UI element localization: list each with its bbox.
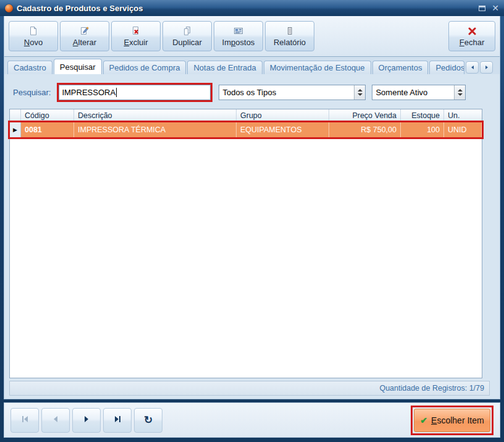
cell-preco-venda: R$ 750,00 (329, 122, 401, 137)
grid-header-un[interactable]: Un. (444, 109, 482, 122)
previous-record-icon (52, 415, 59, 425)
close-icon[interactable]: ✕ (492, 4, 499, 12)
window-controls: ✕ (479, 4, 499, 12)
tabstrip: Cadastro Pesquisar Pedidos de Compra Not… (4, 57, 500, 74)
tab-movimentacao-de-estoque[interactable]: Movimentação de Estoque (264, 61, 371, 74)
grid-header-estoque[interactable]: Estoque (401, 109, 444, 122)
maximize-icon[interactable] (479, 6, 485, 11)
tab-pesquisar[interactable]: Pesquisar (54, 59, 102, 74)
tab-pedidos-de[interactable]: Pedidos de (429, 61, 464, 74)
report-icon (285, 26, 295, 36)
last-record-icon (114, 415, 122, 425)
results-grid: Código Descrição Grupo Preço Venda Estoq… (9, 109, 482, 378)
grid-header-grupo[interactable]: Grupo (237, 109, 329, 122)
cell-estoque: 100 (401, 122, 444, 137)
duplicate-icon (182, 26, 193, 36)
first-record-button[interactable] (10, 408, 39, 433)
grid-header-codigo[interactable]: Código (21, 109, 74, 122)
search-input[interactable]: IMPRESSORA (59, 85, 211, 100)
tab-scroll-left-icon[interactable] (466, 61, 479, 74)
grid-empty-area (10, 137, 482, 378)
search-input-value: IMPRESSORA (62, 88, 116, 97)
spinner-arrows-icon[interactable] (354, 85, 365, 100)
active-filter-select[interactable]: Somente Ativo (372, 85, 466, 100)
red-x-icon (467, 26, 477, 36)
pesquisar-panel: Pesquisar: IMPRESSORA Todos os Tipos Som… (4, 74, 500, 399)
alterar-button[interactable]: Alterar (60, 21, 109, 51)
impostos-button[interactable]: Impostos (214, 21, 263, 51)
previous-record-button[interactable] (41, 408, 70, 433)
grid-header-preco-venda[interactable]: Preço Venda (329, 109, 401, 122)
tab-cadastro[interactable]: Cadastro (7, 61, 52, 74)
tab-pedidos-de-compra[interactable]: Pedidos de Compra (103, 61, 187, 74)
app-window: Cadastro de Produtos e Serviços ✕ Novo A… (0, 0, 504, 442)
grid-header: Código Descrição Grupo Preço Venda Estoq… (10, 109, 482, 122)
taxes-card-icon (233, 26, 244, 36)
new-document-icon (28, 26, 39, 36)
choose-item-annotation-box: ✔ Escolher Item (411, 406, 494, 435)
text-caret (116, 88, 117, 97)
green-check-icon: ✔ (420, 416, 427, 425)
duplicar-button[interactable]: Duplicar (162, 21, 212, 51)
first-record-icon (21, 415, 29, 425)
type-filter-select[interactable]: Todos os Tipos (219, 85, 366, 100)
records-count: Quantidade de Registros: 1/79 (379, 384, 484, 393)
main-panel: Novo Alterar Excluir Duplicar (4, 16, 500, 399)
fechar-button[interactable]: Fechar (448, 21, 495, 51)
row-indicator-cell: ▶ (10, 122, 21, 137)
refresh-icon: ↻ (144, 415, 153, 425)
edit-icon (80, 26, 90, 36)
spinner-arrows-icon[interactable] (454, 85, 465, 100)
grid-header-indicator (10, 109, 21, 122)
novo-button[interactable]: Novo (9, 21, 58, 51)
toolbar-spacer (316, 21, 447, 51)
cell-descricao: IMPRESSORA TÉRMICA (74, 122, 237, 137)
row-indicator-arrow-icon: ▶ (13, 127, 17, 133)
excluir-button[interactable]: Excluir (111, 21, 161, 51)
refresh-button[interactable]: ↻ (134, 408, 162, 433)
cell-grupo: EQUIPAMENTOS (237, 122, 329, 137)
next-record-icon (83, 415, 90, 425)
window-title: Cadastro de Produtos e Serviços (17, 4, 143, 13)
search-row: Pesquisar: IMPRESSORA Todos os Tipos Som… (4, 74, 500, 108)
statusbar: Quantidade de Registros: 1/79 (9, 381, 490, 396)
table-row-selected[interactable]: ▶ 0081 IMPRESSORA TÉRMICA EQUIPAMENTOS R… (10, 122, 482, 137)
cell-codigo: 0081 (21, 122, 74, 137)
active-filter-value: Somente Ativo (372, 85, 454, 100)
next-record-button[interactable] (72, 408, 101, 433)
cell-un: UNID (444, 122, 482, 137)
delete-icon (131, 26, 141, 36)
toolbar: Novo Alterar Excluir Duplicar (4, 16, 500, 57)
type-filter-value: Todos os Tipos (219, 85, 354, 100)
tab-notas-de-entrada[interactable]: Notas de Entrada (187, 61, 262, 74)
search-label: Pesquisar: (13, 88, 51, 97)
tab-orcamentos[interactable]: Orçamentos (372, 61, 429, 74)
titlebar: Cadastro de Produtos e Serviços ✕ (0, 0, 504, 16)
last-record-button[interactable] (103, 408, 132, 433)
escolher-item-button[interactable]: ✔ Escolher Item (414, 409, 490, 432)
relatorio-button[interactable]: Relatório (265, 21, 314, 51)
bottom-bar: ↻ ✔ Escolher Item (4, 402, 500, 438)
search-annotation-box: IMPRESSORA (57, 83, 212, 102)
grid-header-descricao[interactable]: Descrição (74, 109, 237, 122)
app-icon (5, 4, 13, 12)
tab-scroll-right-icon[interactable] (480, 61, 493, 74)
